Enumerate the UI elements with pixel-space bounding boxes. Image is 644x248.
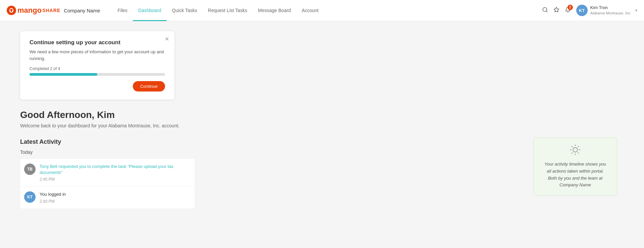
progress-bar-fill — [30, 73, 97, 76]
bookmark-icon[interactable] — [553, 7, 559, 14]
mango-icon — [7, 6, 16, 15]
tip-text: Your activity timeline shows you all act… — [542, 161, 609, 189]
chevron-down-icon: ▾ — [635, 8, 637, 13]
svg-line-2 — [546, 11, 547, 12]
setup-card-close[interactable]: ✕ — [165, 37, 169, 42]
setup-card-desc: We need a few more pieces of information… — [30, 49, 165, 62]
nav-request-list-tasks[interactable]: Request List Tasks — [203, 0, 253, 21]
svg-line-11 — [572, 152, 573, 153]
setup-card-footer: Continue — [30, 81, 165, 91]
tip-card: Your activity timeline shows you all act… — [533, 137, 617, 196]
svg-point-4 — [573, 147, 577, 152]
nav-message-board[interactable]: Message Board — [253, 0, 296, 21]
activity-avatar-tb: TB — [24, 164, 36, 175]
header: mangoSHARE Company Name Files Dashboard … — [0, 0, 644, 21]
continue-button[interactable]: Continue — [133, 81, 165, 91]
header-right: 2 KT Kim Tron Alabama Montrause, Inc. ▾ — [542, 5, 637, 16]
mango-svg — [9, 8, 14, 13]
svg-marker-3 — [554, 7, 559, 12]
activity-time-1: 2:40 PM — [40, 199, 191, 204]
logo[interactable]: mangoSHARE Company Name — [7, 6, 100, 15]
activity-content-0: Tony Bell requested you to complete the … — [40, 164, 191, 182]
activity-link-0[interactable]: Tony Bell requested you to complete the … — [40, 164, 173, 175]
setup-card: ✕ Continue setting up your account We ne… — [20, 31, 174, 100]
notification-badge: 2 — [568, 5, 573, 10]
activity-text-0: Tony Bell requested you to complete the … — [40, 164, 191, 176]
activity-content-1: You logged in 2:40 PM — [40, 191, 191, 203]
activity-item-1: KT You logged in 2:40 PM — [20, 187, 195, 208]
nav-account[interactable]: Account — [296, 0, 324, 21]
main-nav: Files Dashboard Quick Tasks Request List… — [112, 0, 324, 21]
nav-dashboard[interactable]: Dashboard — [133, 0, 167, 21]
logo-company-name: Company Name — [64, 8, 100, 13]
activity-item-0: TB Tony Bell requested you to complete t… — [20, 159, 195, 187]
activity-time-0: 2:45 PM — [40, 177, 191, 182]
logo-share-text: SHARE — [42, 8, 60, 13]
user-company: Alabama Montrause, Inc. — [590, 11, 631, 15]
user-info[interactable]: KT Kim Tron Alabama Montrause, Inc. ▾ — [576, 5, 637, 16]
activity-text-1: You logged in — [40, 191, 191, 197]
svg-line-12 — [578, 146, 579, 147]
activity-list: TB Tony Bell requested you to complete t… — [20, 159, 195, 208]
user-name: Kim Tron — [590, 5, 631, 11]
svg-line-8 — [578, 152, 579, 153]
search-icon[interactable] — [542, 7, 548, 14]
progress-bar-bg — [30, 73, 165, 76]
mango-logo: mangoSHARE — [7, 6, 60, 15]
greeting-title: Good Afternoon, Kim — [20, 110, 624, 120]
logo-mango-text: mango — [17, 6, 42, 15]
user-text: Kim Tron Alabama Montrause, Inc. — [590, 5, 631, 15]
notification-icon[interactable]: 2 — [565, 7, 571, 14]
setup-card-title: Continue setting up your account — [30, 39, 165, 46]
greeting-subtitle: Welcome back to your dashboard for your … — [20, 123, 624, 128]
user-avatar: KT — [576, 5, 588, 16]
svg-line-7 — [572, 146, 573, 147]
lightbulb-icon — [542, 144, 609, 158]
activity-avatar-kt: KT — [24, 191, 36, 203]
progress-label: Completed 2 of 4 — [30, 66, 165, 71]
nav-quick-tasks[interactable]: Quick Tasks — [167, 0, 203, 21]
nav-files[interactable]: Files — [112, 0, 133, 21]
main-content: ✕ Continue setting up your account We ne… — [0, 21, 644, 248]
